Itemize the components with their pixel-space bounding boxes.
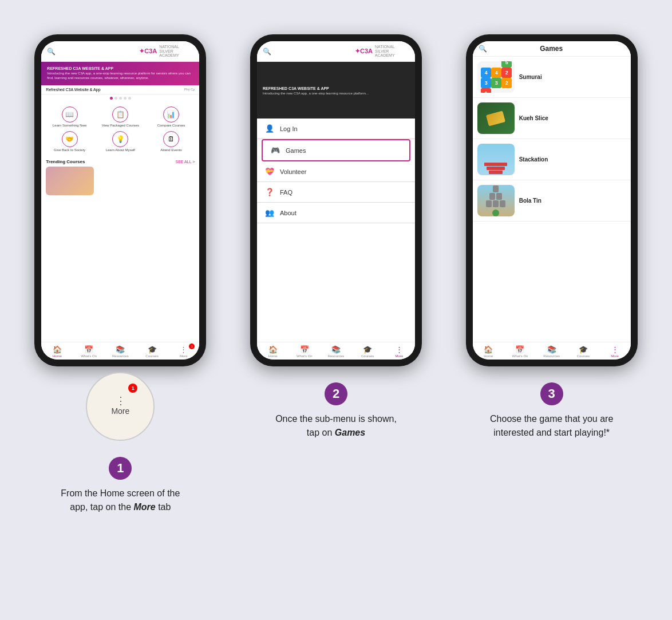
nav-courses-label-2: Courses — [361, 354, 374, 358]
tin-row-2 — [489, 193, 502, 200]
resources-icon-2: 📚 — [331, 345, 341, 354]
tin-row-1 — [493, 185, 499, 192]
trending-img-3 — [147, 167, 195, 195]
kueh-thumb — [477, 102, 515, 134]
bottom-nav-1: 🏠 Home 📅 What's On 📚 Resources 🎓 — [41, 342, 199, 360]
nav-courses-2[interactable]: 🎓 Courses — [352, 342, 384, 360]
submenu-login[interactable]: 👤 Log In — [257, 119, 415, 139]
phone-3-mockup: 🔍 Games — [466, 34, 638, 366]
stackation-name: Stackation — [519, 156, 548, 163]
give-label: Give Back to Society — [54, 148, 85, 152]
icon-events[interactable]: 🗓 Attend Events — [148, 131, 195, 152]
step-2-number: 2 — [325, 382, 347, 405]
submenu-games[interactable]: 🎮 Games — [262, 139, 410, 161]
trending-img-2 — [96, 167, 144, 195]
nav-courses-1[interactable]: 🎓 Courses — [136, 342, 168, 360]
learn-myself-label: Learn About Myself — [106, 148, 135, 152]
game-kueh[interactable]: Kueh Slice — [473, 98, 631, 139]
nav-home-3[interactable]: 🏠 Home — [473, 342, 504, 360]
ball — [492, 210, 499, 216]
nav-resources-2[interactable]: 📚 Resources — [320, 342, 351, 360]
trending-header: Trending Courses SEE ALL > — [46, 159, 195, 164]
more-icon-1: ⋮ — [180, 345, 187, 354]
events-icon: 🗓 — [163, 131, 179, 147]
zoom-dots: ⋮ — [116, 397, 125, 405]
nav-whatson-label-3: What's On — [512, 354, 528, 358]
more-badge-1: 1 — [189, 343, 195, 349]
icon-learn-myself[interactable]: 💡 Learn About Myself — [97, 131, 144, 152]
compare-icon: 📊 — [163, 106, 179, 123]
nav-more-3[interactable]: ⋮ More — [599, 342, 630, 360]
phone-2-mockup: 🔍 ✦C3A NATIONAL SILVER ACADEMY REFRESHED… — [250, 34, 422, 366]
phone-2-screen-wrap: 🔍 ✦C3A NATIONAL SILVER ACADEMY REFRESHED… — [257, 41, 415, 360]
sumurai-thumb: 5 4 4 2 3 3 2 1 — [477, 61, 515, 93]
nav-courses-label: Courses — [145, 354, 158, 358]
about-label: About — [280, 210, 297, 216]
games-label: Games — [286, 147, 306, 154]
zoom-badge: 1 — [128, 384, 137, 393]
game-stackation[interactable]: Stackation — [473, 139, 631, 180]
courses-icon: 🎓 — [148, 345, 157, 354]
icon-packaged[interactable]: 📋 View Packaged Courses — [97, 106, 144, 128]
tin-can-4 — [486, 200, 492, 207]
nav-courses-3[interactable]: 🎓 Courses — [567, 342, 599, 360]
step-3-number: 3 — [540, 382, 563, 405]
stack-blocks — [484, 163, 507, 174]
phone-1-header: 🔍 ✦C3A NATIONAL SILVER ACADEMY — [41, 41, 199, 62]
icon-compare[interactable]: 📊 Compare Courses — [148, 106, 195, 128]
phone-2-header: 🔍 ✦C3A NATIONAL SILVER ACADEMY — [257, 41, 415, 62]
tin-row-3 — [486, 200, 505, 207]
phone-1-banner: REFRESHED C3A WEBSITE & APP Introducing … — [41, 62, 199, 85]
icon-learn[interactable]: 📖 Learn Something New — [46, 106, 93, 128]
dot-active — [110, 97, 113, 100]
sumurai-grid-bg: 5 4 4 2 3 3 2 1 — [477, 61, 515, 93]
bolatin-thumb — [477, 185, 515, 216]
nav-courses-label-3: Courses — [577, 354, 590, 358]
logo-c3a-1: ✦C3A — [139, 48, 157, 55]
bolatin-name: Bola Tin — [519, 198, 541, 204]
see-all-link[interactable]: SEE ALL > — [176, 160, 195, 164]
bottom-nav-3: 🏠 Home 📅 What's On 📚 Resources 🎓 — [473, 342, 631, 360]
banner-overlay-title: REFRESHED C3A WEBSITE & APP — [263, 86, 369, 90]
submenu-about[interactable]: 👥 About — [257, 203, 415, 223]
whatson-icon-3: 📅 — [515, 345, 524, 354]
nav-home-2[interactable]: 🏠 Home — [257, 342, 288, 360]
empty-2 — [491, 61, 500, 66]
games-icon: 🎮 — [271, 146, 280, 155]
nav-resources-label-3: Resources — [543, 354, 560, 358]
nav-whatson-1[interactable]: 📅 What's On — [73, 342, 105, 360]
nav-resources-1[interactable]: 📚 Resources — [105, 342, 136, 360]
tin-can-5 — [493, 200, 499, 207]
nav-more-2[interactable]: ⋮ More — [384, 342, 415, 360]
banner-overlay-text: REFRESHED C3A WEBSITE & APP Introducing … — [263, 86, 369, 95]
learn-icon: 📖 — [62, 106, 78, 123]
icon-give[interactable]: 🤝 Give Back to Society — [46, 131, 93, 152]
nav-whatson-3[interactable]: 📅 What's On — [504, 342, 536, 360]
login-label: Log In — [280, 125, 298, 132]
card-strip-1: Refreshed C3A Website & App Pro Cy — [41, 85, 199, 94]
banner-overlay-desc: Introducing the new C3A app, a one-stop … — [263, 92, 369, 95]
tin-can-6 — [500, 200, 505, 207]
home-icon: 🏠 — [53, 345, 62, 354]
submenu-volunteer[interactable]: 💝 Volunteer — [257, 161, 415, 182]
tin-can-3 — [496, 193, 502, 200]
nav-resources-3[interactable]: 📚 Resources — [536, 342, 567, 360]
trending-images — [46, 167, 195, 195]
game-bolatin[interactable]: Bola Tin — [473, 180, 631, 222]
step-1-column: 🔍 ✦C3A NATIONAL SILVER ACADEMY REFRESHED… — [21, 34, 220, 514]
trending-section: Trending Courses SEE ALL > — [41, 157, 199, 342]
nav-more-1[interactable]: 1 ⋮ More — [168, 342, 199, 360]
nav-home-1[interactable]: 🏠 Home — [41, 342, 73, 360]
search-icon-3: 🔍 — [479, 45, 487, 53]
game-sumurai[interactable]: 5 4 4 2 3 3 2 1 — [473, 57, 631, 98]
num-2b: 2 — [501, 78, 512, 88]
step-3-description: Choose the game that you are interested … — [489, 412, 615, 440]
games-list: 5 4 4 2 3 3 2 1 — [473, 57, 631, 342]
bolatin-bg — [477, 185, 515, 216]
games-page-title: Games — [540, 45, 563, 53]
submenu-faq[interactable]: ❓ FAQ — [257, 182, 415, 203]
nav-whatson-2[interactable]: 📅 What's On — [288, 342, 320, 360]
zoom-circle-container: 1 ⋮ More — [86, 372, 155, 441]
search-icon[interactable]: 🔍 — [47, 48, 56, 56]
num-4b: 4 — [491, 68, 501, 78]
